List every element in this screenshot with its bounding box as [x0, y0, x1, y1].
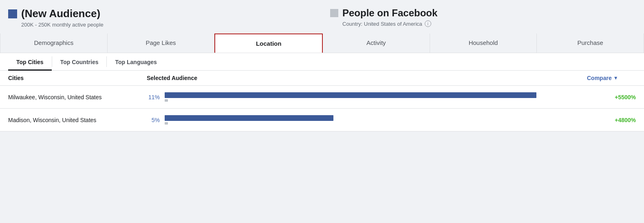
bar-container: [165, 92, 587, 102]
city-name: Madison, Wisconsin, United States: [8, 117, 147, 123]
audience-subtitle: 200K - 250K monthly active people: [21, 22, 314, 28]
facebook-color-indicator: [330, 9, 338, 17]
change-value: +5500%: [587, 94, 636, 100]
bar-container: [165, 115, 587, 125]
tab-bar: Demographics Page Likes Location Activit…: [0, 33, 644, 53]
facebook-block: People on Facebook Country: United State…: [314, 7, 636, 27]
sub-tab-bar: Top Cities Top Countries Top Languages: [0, 53, 644, 71]
audience-title-row: (New Audience): [8, 7, 314, 20]
facebook-subtitle-text: Country: United States of America: [342, 21, 422, 27]
facebook-subtitle-row: Country: United States of America i: [342, 20, 636, 27]
column-header-audience: Selected Audience: [147, 75, 587, 81]
column-header-city: Cities: [8, 75, 147, 81]
sub-tab-top-countries[interactable]: Top Countries: [52, 53, 107, 71]
content-area: Top Cities Top Countries Top Languages C…: [0, 53, 644, 132]
tab-activity[interactable]: Activity: [323, 33, 430, 53]
table-area: Cities Selected Audience Compare ▼ Milwa…: [0, 71, 644, 132]
percentage-value: 5%: [147, 117, 160, 123]
change-value: +4800%: [587, 117, 636, 123]
compare-bar: [165, 122, 168, 125]
tab-household[interactable]: Household: [430, 33, 537, 53]
header: (New Audience) 200K - 250K monthly activ…: [0, 0, 644, 28]
compare-button[interactable]: Compare ▼: [587, 75, 636, 81]
table-row: Milwaukee, Wisconsin, United States 11% …: [0, 86, 644, 109]
audience-data: 11%: [147, 92, 587, 102]
percentage-value: 11%: [147, 94, 160, 100]
table-header: Cities Selected Audience Compare ▼: [0, 71, 644, 86]
selected-audience-bar: [165, 115, 333, 121]
audience-block: (New Audience) 200K - 250K monthly activ…: [8, 7, 314, 28]
chevron-down-icon: ▼: [613, 75, 618, 81]
table-row: Madison, Wisconsin, United States 5% +48…: [0, 109, 644, 132]
info-icon[interactable]: i: [425, 20, 431, 27]
tab-purchase[interactable]: Purchase: [537, 33, 644, 53]
tab-page-likes[interactable]: Page Likes: [108, 33, 215, 53]
facebook-title: People on Facebook: [342, 7, 437, 19]
audience-name: (New Audience): [21, 7, 100, 20]
page-wrapper: (New Audience) 200K - 250K monthly activ…: [0, 0, 644, 132]
city-name: Milwaukee, Wisconsin, United States: [8, 94, 147, 100]
compare-label: Compare: [587, 75, 612, 81]
selected-audience-bar: [165, 92, 536, 98]
facebook-title-row: People on Facebook: [330, 7, 636, 19]
audience-color-indicator: [8, 9, 17, 18]
sub-tab-top-cities[interactable]: Top Cities: [8, 53, 52, 71]
compare-bar: [165, 99, 168, 102]
tab-demographics[interactable]: Demographics: [0, 33, 108, 53]
tab-location[interactable]: Location: [214, 33, 323, 53]
audience-data: 5%: [147, 115, 587, 125]
sub-tab-top-languages[interactable]: Top Languages: [107, 53, 165, 71]
